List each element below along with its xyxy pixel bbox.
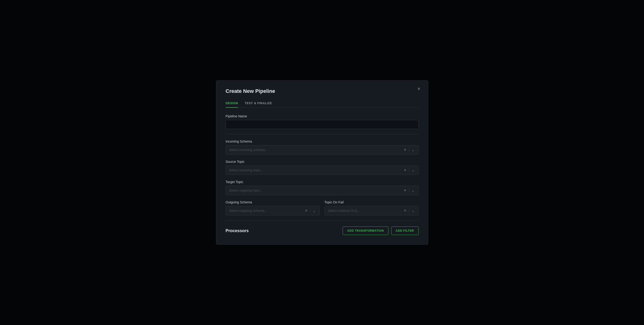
source-topic-label: Source Topic bbox=[226, 160, 418, 164]
topic-on-fail-display: Select schema DLQ... bbox=[325, 206, 402, 215]
outgoing-schema-controls: × ⌄ bbox=[303, 208, 319, 214]
source-topic-select[interactable]: Select incoming topic... × ⌄ bbox=[226, 165, 418, 175]
modal-close-button[interactable]: × bbox=[416, 85, 422, 92]
incoming-schema-chevron-icon[interactable]: ⌄ bbox=[410, 147, 416, 152]
topic-on-fail-chevron-icon[interactable]: ⌄ bbox=[410, 208, 416, 213]
outgoing-schema-clear-button[interactable]: × bbox=[303, 208, 309, 214]
pipeline-name-label: Pipeline Name bbox=[226, 114, 418, 118]
select-divider-4 bbox=[310, 209, 310, 213]
target-topic-clear-button[interactable]: × bbox=[402, 188, 408, 193]
incoming-schema-select[interactable]: Select incoming schema... × ⌄ bbox=[226, 145, 418, 155]
modal-overlay: × Create New Pipeline DESIGN TEST & FINA… bbox=[0, 0, 644, 325]
tab-test-finalize[interactable]: TEST & FINALIZE bbox=[244, 99, 272, 108]
incoming-schema-label: Incoming Schema bbox=[226, 140, 418, 143]
outgoing-schema-group: Outgoing Schema Select outgoing schema..… bbox=[226, 200, 320, 215]
topic-on-fail-clear-button[interactable]: × bbox=[402, 208, 408, 214]
source-topic-chevron-icon[interactable]: ⌄ bbox=[410, 168, 416, 173]
schema-fail-row: Outgoing Schema Select outgoing schema..… bbox=[226, 200, 418, 215]
topic-on-fail-controls: × ⌄ bbox=[402, 208, 418, 214]
target-topic-display: Select outgoing topic... bbox=[226, 186, 402, 195]
add-filter-button[interactable]: ADD FILTER bbox=[391, 227, 418, 235]
source-topic-clear-button[interactable]: × bbox=[402, 167, 408, 173]
add-transformation-button[interactable]: ADD TRANSFORMATION bbox=[343, 227, 388, 235]
target-topic-label: Target Topic bbox=[226, 180, 418, 184]
incoming-schema-controls: × ⌄ bbox=[402, 147, 418, 153]
target-topic-group: Target Topic Select outgoing topic... × … bbox=[226, 180, 418, 195]
target-topic-controls: × ⌄ bbox=[402, 188, 418, 193]
outgoing-schema-chevron-icon[interactable]: ⌄ bbox=[312, 208, 317, 213]
create-pipeline-modal: × Create New Pipeline DESIGN TEST & FINA… bbox=[216, 80, 428, 245]
source-topic-group: Source Topic Select incoming topic... × … bbox=[226, 160, 418, 175]
source-topic-display: Select incoming topic... bbox=[226, 166, 402, 175]
outgoing-schema-display: Select outgoing schema... bbox=[226, 206, 304, 215]
incoming-schema-group: Incoming Schema Select incoming schema..… bbox=[226, 140, 418, 155]
outgoing-schema-select[interactable]: Select outgoing schema... × ⌄ bbox=[226, 206, 320, 215]
topic-on-fail-select[interactable]: Select schema DLQ... × ⌄ bbox=[324, 206, 418, 215]
divider-1 bbox=[226, 134, 418, 134]
incoming-schema-clear-button[interactable]: × bbox=[402, 147, 408, 153]
outgoing-schema-label: Outgoing Schema bbox=[226, 200, 320, 204]
tab-bar: DESIGN TEST & FINALIZE bbox=[226, 99, 418, 108]
source-topic-controls: × ⌄ bbox=[402, 167, 418, 173]
topic-on-fail-label: Topic On Fail bbox=[324, 200, 418, 204]
processors-action-buttons: ADD TRANSFORMATION ADD FILTER bbox=[343, 227, 418, 235]
incoming-schema-display: Select incoming schema... bbox=[226, 145, 402, 154]
target-topic-select[interactable]: Select outgoing topic... × ⌄ bbox=[226, 186, 418, 195]
pipeline-form: Pipeline Name Incoming Schema Select inc… bbox=[226, 114, 418, 235]
tab-design[interactable]: DESIGN bbox=[226, 99, 238, 108]
topic-on-fail-group: Topic On Fail Select schema DLQ... × ⌄ bbox=[324, 200, 418, 215]
pipeline-name-group: Pipeline Name bbox=[226, 114, 418, 129]
processors-title: Processors bbox=[226, 228, 249, 233]
pipeline-name-input[interactable] bbox=[226, 120, 418, 129]
modal-title: Create New Pipeline bbox=[226, 88, 418, 94]
processors-section: Processors ADD TRANSFORMATION ADD FILTER bbox=[226, 227, 418, 235]
target-topic-chevron-icon[interactable]: ⌄ bbox=[410, 188, 416, 193]
divider-2 bbox=[226, 221, 418, 221]
